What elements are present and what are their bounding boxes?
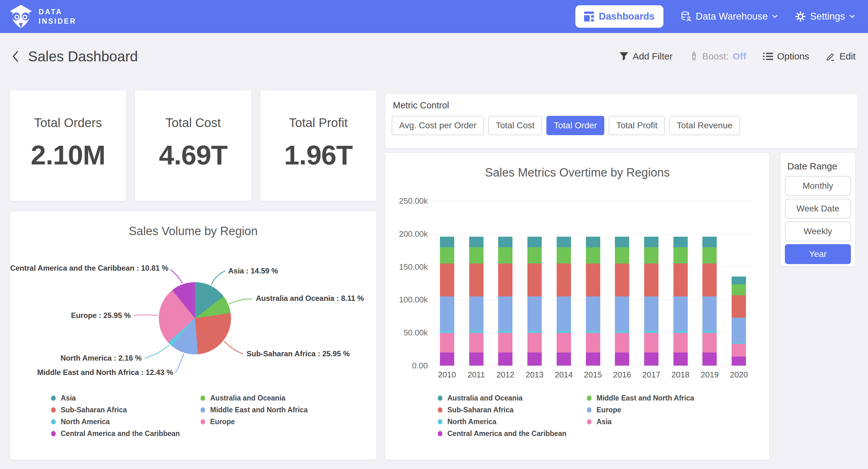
boost-toggle[interactable]: Boost: Off — [690, 51, 746, 62]
x-tick-label: 2016 — [608, 370, 637, 380]
x-tick-label: 2010 — [432, 370, 462, 380]
pie-callout-australia-and-oceania: Australia and Oceania : 8.11 % — [256, 294, 364, 303]
list-options-icon — [763, 52, 773, 61]
database-icon — [681, 11, 691, 22]
legend-label: North America — [61, 418, 110, 426]
metric-button-total-profit[interactable]: Total Profit — [609, 116, 665, 135]
bar-segment-sub-saharan-africa — [644, 263, 658, 296]
legend-label: Australia and Oceania — [447, 394, 523, 402]
data-warehouse-menu[interactable]: Data Warehouse — [681, 11, 778, 22]
bar-segment-middle-east-and-north-africa — [557, 247, 571, 263]
stacked-bar — [586, 237, 600, 365]
bar-segment-europe — [644, 296, 658, 331]
kpi-label: Total Profit — [260, 116, 376, 130]
date-range-button-weekly[interactable]: Weekly — [785, 222, 851, 241]
legend-label: Europe — [596, 406, 621, 414]
legend-item-central-america-and-the-caribbean[interactable]: Central America and the Caribbean — [51, 428, 200, 439]
pie-callout-asia: Asia : 14.59 % — [228, 267, 278, 275]
bar-segment-asia — [615, 333, 629, 352]
legend-item-north-america[interactable]: North America — [51, 416, 200, 428]
x-tick-label: 2014 — [549, 370, 579, 380]
legend-item-north-america[interactable]: North America — [438, 416, 587, 428]
back-chevron-icon[interactable] — [12, 50, 19, 63]
legend-dot — [51, 419, 56, 424]
metric-button-avg-cost-per-order[interactable]: Avg. Cost per Order — [392, 116, 484, 135]
legend-label: Asia — [61, 394, 76, 402]
bar-segment-australia-and-oceania — [586, 237, 600, 247]
metric-button-total-order[interactable]: Total Order — [547, 116, 604, 135]
legend-item-central-america-and-the-caribbean[interactable]: Central America and the Caribbean — [438, 428, 587, 439]
bar-segment-central-america-and-the-caribbean — [674, 353, 688, 365]
bar-segment-europe — [732, 318, 746, 343]
y-tick-label: 50.00k — [383, 328, 428, 337]
bar-2020 — [724, 276, 753, 365]
stacked-bar — [557, 237, 571, 365]
legend-label: North America — [447, 418, 497, 426]
date-range-button-monthly[interactable]: Monthly — [785, 176, 851, 196]
metric-buttons: Avg. Cost per OrderTotal CostTotal Order… — [392, 116, 740, 135]
bar-segment-sub-saharan-africa — [674, 263, 688, 296]
dashboard-grid-icon — [584, 11, 594, 22]
options-label: Options — [777, 51, 809, 62]
legend-item-middle-east-and-north-africa[interactable]: Middle East and North Africa — [200, 404, 308, 416]
legend-item-europe[interactable]: Europe — [200, 416, 308, 428]
pie-callout-central-america-and-the-caribbean: Central America and the Caribbean : 10.8… — [10, 264, 168, 272]
pie-chart-card: Sales Volume by Region Asia : 14.59 % Au… — [10, 211, 376, 460]
bar-2015 — [579, 237, 608, 365]
legend-item-europe[interactable]: Europe — [587, 404, 694, 416]
bar-2013 — [520, 237, 549, 365]
legend-item-asia[interactable]: Asia — [51, 392, 200, 404]
page-header-actions: Add Filter Boost: Off — [619, 51, 856, 62]
bar-segment-middle-east-and-north-africa — [469, 247, 484, 263]
bar-series-area — [432, 201, 753, 365]
bar-segment-north-america — [674, 331, 688, 333]
bar-segment-sub-saharan-africa — [440, 263, 454, 296]
metric-button-total-revenue[interactable]: Total Revenue — [670, 116, 740, 135]
bar-segment-middle-east-and-north-africa — [644, 247, 658, 263]
kpi-value: 1.96T — [260, 139, 376, 171]
x-tick-label: 2011 — [462, 370, 491, 380]
settings-menu[interactable]: Settings — [795, 11, 855, 22]
legend-item-sub-saharan-africa[interactable]: Sub-Saharan Africa — [51, 404, 200, 416]
bar-segment-australia-and-oceania — [644, 237, 658, 247]
legend-dot — [200, 395, 205, 401]
edit-button[interactable]: Edit — [826, 51, 856, 62]
options-button[interactable]: Options — [763, 51, 809, 62]
bar-segment-north-america — [527, 331, 542, 333]
legend-item-australia-and-oceania[interactable]: Australia and Oceania — [438, 392, 587, 404]
date-range-button-week-date[interactable]: Week Date — [785, 199, 851, 218]
bar-segment-australia-and-oceania — [527, 237, 542, 247]
bar-2014 — [549, 237, 579, 365]
bar-segment-sub-saharan-africa — [615, 263, 629, 296]
y-tick-label: 100.00k — [383, 295, 428, 304]
bar-segment-central-america-and-the-caribbean — [732, 357, 746, 365]
bar-segment-asia — [440, 333, 454, 352]
bar-segment-europe — [469, 296, 484, 331]
legend-label: Sub-Saharan Africa — [61, 406, 127, 414]
legend-item-middle-east-and-north-africa[interactable]: Middle East and North Africa — [587, 392, 694, 404]
bar-segment-middle-east-and-north-africa — [702, 247, 717, 263]
date-range-button-year[interactable]: Year — [785, 244, 851, 264]
bar-segment-asia — [644, 333, 658, 352]
stacked-bar — [732, 276, 746, 365]
bar-segment-asia — [732, 344, 746, 357]
pie-chart — [159, 282, 231, 354]
legend-item-asia[interactable]: Asia — [587, 416, 694, 428]
dashboards-button[interactable]: Dashboards — [575, 5, 663, 28]
bar-segment-asia — [527, 333, 542, 352]
bar-legend: Australia and OceaniaSub-Saharan AfricaN… — [438, 392, 694, 439]
bar-segment-asia — [586, 333, 600, 352]
kpi-label: Total Orders — [10, 116, 126, 130]
metric-button-total-cost[interactable]: Total Cost — [488, 116, 542, 135]
bar-segment-middle-east-and-north-africa — [732, 284, 746, 295]
legend-item-sub-saharan-africa[interactable]: Sub-Saharan Africa — [438, 404, 587, 416]
bar-segment-sub-saharan-africa — [527, 263, 542, 296]
add-filter-button[interactable]: Add Filter — [619, 51, 673, 62]
legend-label: Sub-Saharan Africa — [447, 406, 514, 414]
legend-dot — [438, 419, 442, 424]
pie-callout-north-america: North America : 2.16 % — [60, 354, 142, 362]
legend-item-australia-and-oceania[interactable]: Australia and Oceania — [200, 392, 308, 404]
bar-segment-europe — [527, 296, 542, 331]
legend-dot — [587, 395, 592, 401]
bar-segment-europe — [615, 296, 629, 331]
